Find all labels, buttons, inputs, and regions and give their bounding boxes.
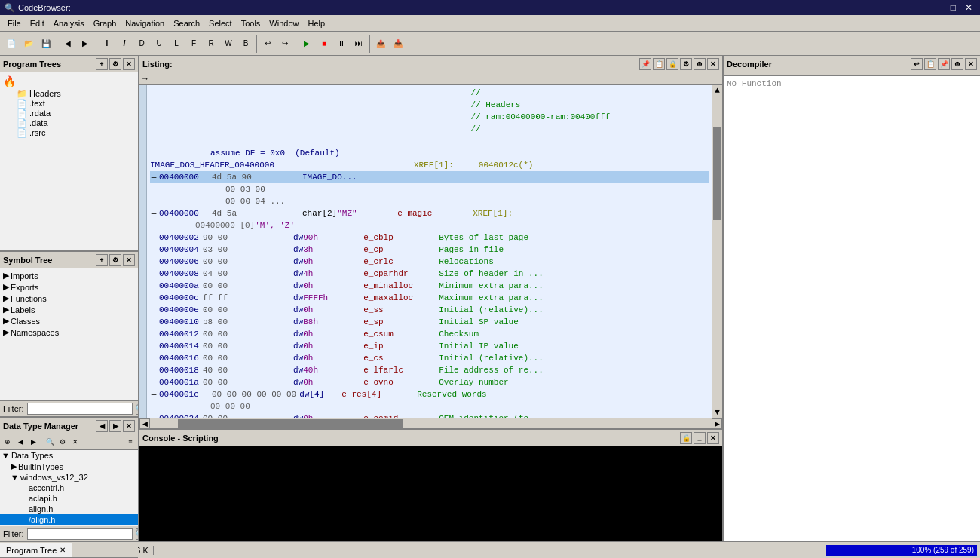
listing-row[interactable]: // xyxy=(150,123,709,135)
dt-tb-7[interactable]: ≡ xyxy=(124,436,136,448)
toolbar-redo-button[interactable]: ↪ xyxy=(277,35,293,52)
toolbar-debug-btn1[interactable]: I xyxy=(99,35,115,52)
listing-row[interactable]: 00 00 00 xyxy=(150,400,709,412)
listing-row-selected[interactable]: — 00400000 4d 5a 90 IMAGE_DO... xyxy=(150,171,709,183)
listing-btn-2[interactable]: 📋 xyxy=(653,58,665,70)
listing-row[interactable]: 00 00 04 ... xyxy=(150,195,709,207)
expand-icon-res[interactable]: — xyxy=(150,388,158,400)
symbol-tree-manage-button[interactable]: ⚙ xyxy=(109,254,121,266)
dt-filter-input[interactable] xyxy=(27,528,133,540)
menu-navigation[interactable]: Navigation xyxy=(121,17,169,29)
listing-row[interactable]: 00400006 00 00 dw 0h e_crlc Relocations xyxy=(150,256,709,268)
toolbar-forward-button[interactable]: ▶ xyxy=(77,35,93,52)
toolbar-export-button[interactable]: 📤 xyxy=(372,35,389,52)
listing-row[interactable]: 00400008 04 00 dw 4h e_cparhdr Size of h… xyxy=(150,268,709,280)
listing-header-controls[interactable]: 📌 📋 🔒 ⚙ ⊕ ✕ xyxy=(639,58,719,70)
menu-select[interactable]: Select xyxy=(204,17,237,29)
menu-search[interactable]: Search xyxy=(169,17,204,29)
toolbar-save-button[interactable]: 💾 xyxy=(38,35,54,52)
console-close-button[interactable]: ✕ xyxy=(707,432,719,444)
dt-acccntrl[interactable]: acccntrl.h xyxy=(0,483,138,493)
toolbar-debug-btn4[interactable]: U xyxy=(151,35,167,52)
console-lock-button[interactable]: 🔒 xyxy=(680,432,692,444)
dt-aclapi[interactable]: aclapi.h xyxy=(0,493,138,504)
listing-row[interactable]: 00400014 00 00 dw 0h e_ip Initial IP val… xyxy=(150,340,709,352)
decompiler-close[interactable]: ✕ xyxy=(965,58,977,70)
dt-datatypes[interactable]: ▼Data Types xyxy=(0,450,138,461)
dt-tb-4[interactable]: 🔍 xyxy=(44,436,56,448)
tree-item-headers[interactable]: 📁 Headers xyxy=(2,89,136,99)
decompiler-btn-4[interactable]: ⊕ xyxy=(951,58,963,70)
tree-item-rsrc[interactable]: 📄 .rsrc xyxy=(2,128,136,138)
symbol-filter-input[interactable] xyxy=(27,403,133,415)
scroll-left-button[interactable]: ◀ xyxy=(139,418,150,429)
h-scroll-thumb[interactable] xyxy=(178,419,403,428)
listing-row[interactable]: 00400010 b8 00 dw B8h e_sp Initial SP va… xyxy=(150,316,709,328)
dt-close-button[interactable]: ✕ xyxy=(123,420,135,432)
listing-row[interactable]: 0040000e 00 00 dw 0h e_ss Initial (relat… xyxy=(150,304,709,316)
console-header-controls[interactable]: 🔒 _ ✕ xyxy=(680,432,719,444)
listing-row[interactable]: 00400018 40 00 dw 40h e_lfarlc File addr… xyxy=(150,364,709,376)
symbol-tree-header-controls[interactable]: + ⚙ ✕ xyxy=(96,254,135,266)
symbol-exports[interactable]: ▶Exports xyxy=(2,281,136,293)
console-minimize-button[interactable]: _ xyxy=(694,432,706,444)
dt-tb-6[interactable]: ✕ xyxy=(69,436,81,448)
toolbar-step-button[interactable]: ⏭ xyxy=(351,35,367,52)
expand-icon[interactable]: — xyxy=(150,207,158,219)
menu-help[interactable]: Help xyxy=(303,17,329,29)
symbol-imports[interactable]: ▶Imports xyxy=(2,270,136,281)
listing-row[interactable]: 00400012 00 00 dw 0h e_csum Checksum xyxy=(150,328,709,340)
dt-tb-2[interactable]: ◀ xyxy=(14,436,26,448)
listing-btn-5[interactable]: ⊕ xyxy=(694,58,706,70)
dt-tb-1[interactable]: ⊕ xyxy=(2,436,14,448)
decompiler-btn-1[interactable]: ↩ xyxy=(911,58,923,70)
scroll-right-button[interactable]: ▶ xyxy=(712,418,722,429)
symbol-namespaces[interactable]: ▶Namespaces xyxy=(2,327,136,338)
symbol-tree-close-button[interactable]: ✕ xyxy=(123,254,135,266)
menu-graph[interactable]: Graph xyxy=(89,17,121,29)
listing-content[interactable]: // // Headers // ram:00400000-ram:00400f… xyxy=(139,85,722,418)
toolbar-open-button[interactable]: 📂 xyxy=(20,35,37,52)
toolbar-debug-btn8[interactable]: W xyxy=(220,35,237,52)
listing-row[interactable]: // Headers xyxy=(150,99,709,111)
prog-tree-add-button[interactable]: + xyxy=(96,58,108,70)
toolbar-debug-btn9[interactable]: B xyxy=(237,35,254,52)
toolbar-stop-button[interactable]: ■ xyxy=(316,35,332,52)
decompiler-btn-3[interactable]: 📌 xyxy=(938,58,950,70)
symbol-labels[interactable]: ▶Labels xyxy=(2,304,136,315)
prog-tree-close-button[interactable]: ✕ xyxy=(123,58,135,70)
scroll-track[interactable] xyxy=(712,96,722,407)
listing-row[interactable]: 00400002 90 00 dw 90h e_cblp Bytes of la… xyxy=(150,231,709,244)
listing-row[interactable]: 00400004 03 00 dw 3h e_cp Pages in file xyxy=(150,244,709,256)
decompiler-header-controls[interactable]: ↩ 📋 📌 ⊕ ✕ xyxy=(911,58,977,70)
listing-row[interactable] xyxy=(150,135,709,147)
data-type-header-controls[interactable]: ◀ ▶ ✕ xyxy=(96,420,135,432)
toolbar-debug-btn6[interactable]: F xyxy=(185,35,202,52)
program-tree-root[interactable]: 🔥 xyxy=(2,74,136,89)
listing-row[interactable]: IMAGE_DOS_HEADER_00400000 XREF[1]: 00400… xyxy=(150,159,709,171)
menu-edit[interactable]: Edit xyxy=(26,17,49,29)
toolbar-new-button[interactable]: 📄 xyxy=(3,35,20,52)
listing-row[interactable]: 00400000 [0] 'M', 'Z' xyxy=(150,219,709,231)
maximize-button[interactable]: □ xyxy=(948,2,959,13)
listing-row[interactable]: 0040000c ff ff dw FFFFh e_maxalloc Maxim… xyxy=(150,292,709,304)
dt-filter-button[interactable]: 🔍 xyxy=(136,528,139,540)
menu-window[interactable]: Window xyxy=(265,17,303,29)
dt-align[interactable]: align.h xyxy=(0,504,138,514)
minimize-button[interactable]: — xyxy=(929,2,945,13)
h-scroll-track[interactable] xyxy=(150,418,712,429)
scroll-up-button[interactable]: ▲ xyxy=(712,85,722,96)
tree-item-rdata[interactable]: 📄 .rdata xyxy=(2,109,136,118)
toolbar-pause-button[interactable]: ⏸ xyxy=(333,35,350,52)
listing-scroll-area[interactable]: // // Headers // ram:00400000-ram:00400f… xyxy=(147,85,712,418)
symbol-tree-create-button[interactable]: + xyxy=(96,254,108,266)
symbol-filter-button[interactable]: 🔍 xyxy=(136,403,139,415)
listing-btn-3[interactable]: 🔒 xyxy=(666,58,678,70)
symbol-functions[interactable]: ▶Functions xyxy=(2,293,136,304)
dt-arrow-right[interactable]: ▶ xyxy=(109,420,121,432)
dt-align-selected[interactable]: /align.h xyxy=(0,514,138,525)
title-bar-controls[interactable]: — □ ✕ xyxy=(929,2,975,13)
program-trees-header-controls[interactable]: + ⚙ ✕ xyxy=(96,58,135,70)
dt-tb-3[interactable]: ▶ xyxy=(27,436,39,448)
close-button[interactable]: ✕ xyxy=(962,2,975,13)
